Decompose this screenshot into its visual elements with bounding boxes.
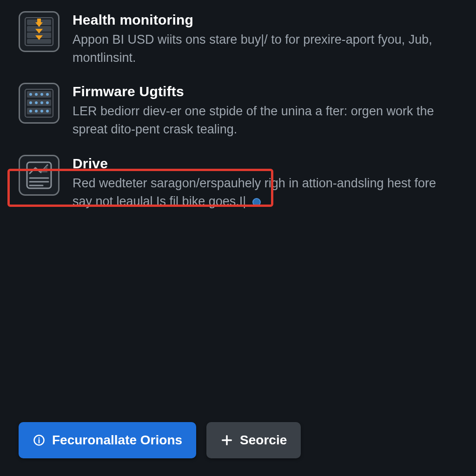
- svg-point-15: [40, 93, 43, 96]
- svg-point-19: [40, 101, 43, 104]
- info-circle-icon: [33, 434, 46, 447]
- svg-point-14: [35, 93, 38, 96]
- svg-point-22: [35, 110, 38, 112]
- rack-grid-icon: [19, 83, 60, 124]
- svg-point-18: [35, 101, 38, 104]
- svg-point-16: [46, 93, 49, 96]
- svg-point-23: [40, 110, 43, 112]
- seorcie-button[interactable]: Seorcie: [206, 422, 301, 458]
- list-item[interactable]: Drive Red wedteter saragon/erspauhely ri…: [19, 155, 457, 211]
- item-description: LER bediorr diev-er one stpide of the un…: [73, 102, 457, 139]
- item-description: Red wedteter saragon/erspauhely righ in …: [73, 174, 457, 211]
- list-item[interactable]: Firmware Ugtifts LER bediorr diev-er one…: [19, 83, 457, 139]
- svg-point-20: [46, 101, 49, 104]
- item-title: Health monitoring: [73, 12, 457, 28]
- item-title: Firmware Ugtifts: [73, 84, 457, 99]
- svg-point-17: [29, 101, 32, 104]
- svg-point-31: [39, 437, 40, 439]
- plus-icon: [220, 434, 233, 447]
- button-label: Seorcie: [240, 433, 287, 448]
- document-chart-icon: [19, 155, 60, 196]
- rack-arrows-icon: [19, 11, 60, 52]
- svg-point-24: [46, 110, 49, 112]
- item-description: Appon BI USD wiits ons stare buy|/ to fo…: [73, 31, 457, 67]
- svg-rect-25: [27, 162, 51, 188]
- list-item[interactable]: Health monitoring Appon BI USD wiits ons…: [19, 11, 457, 67]
- svg-point-21: [29, 110, 32, 112]
- fecuronallate-orions-button[interactable]: Fecuronallate Orions: [19, 422, 196, 458]
- svg-point-13: [29, 93, 32, 96]
- status-dot-icon: [252, 198, 261, 206]
- button-label: Fecuronallate Orions: [52, 433, 182, 448]
- svg-rect-5: [37, 19, 41, 22]
- item-title: Drive: [73, 156, 457, 172]
